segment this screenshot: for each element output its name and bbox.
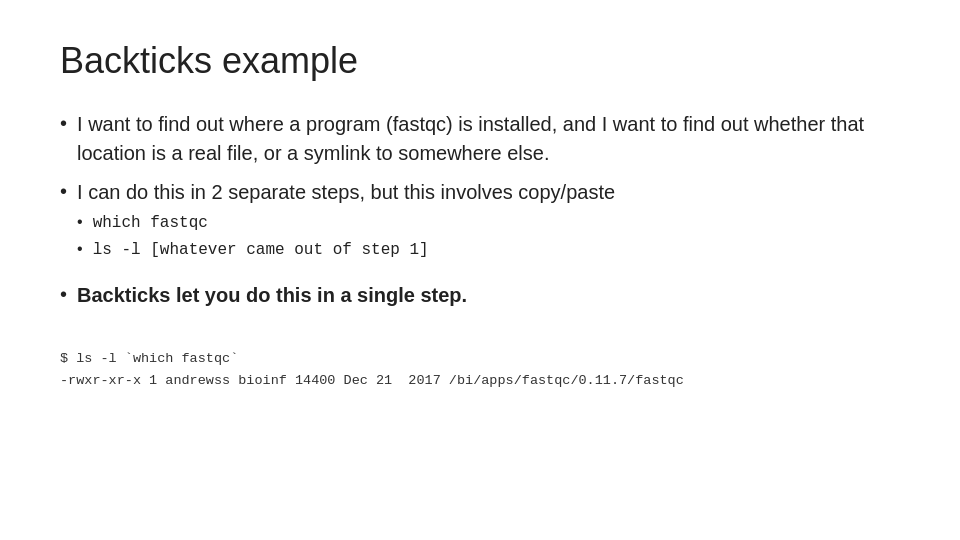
sub-bullet-dot-1: • — [77, 213, 83, 231]
sub-bullet-item-2: • ls -l [whatever came out of step 1] — [77, 238, 615, 262]
terminal-line-2: -rwxr-xr-x 1 andrewss bioinf 14400 Dec 2… — [60, 370, 900, 392]
bullet-2-content: I can do this in 2 separate steps, but t… — [77, 178, 615, 265]
bullet-text-2: I can do this in 2 separate steps, but t… — [77, 181, 615, 203]
sub-bullet-text-2: ls -l [whatever came out of step 1] — [93, 238, 429, 262]
bullet-item-3: • Backticks let you do this in a single … — [60, 281, 900, 310]
sub-bullets-2: • which fastqc • ls -l [whatever came ou… — [77, 211, 615, 262]
bullet-item-2: • I can do this in 2 separate steps, but… — [60, 178, 900, 265]
sub-bullet-item-1: • which fastqc — [77, 211, 615, 235]
slide-title: Backticks example — [60, 40, 900, 82]
bullet-item-1: • I want to find out where a program (fa… — [60, 110, 900, 168]
slide: Backticks example • I want to find out w… — [0, 0, 960, 540]
sub-bullet-text-1: which fastqc — [93, 211, 208, 235]
bullet-text-3: Backticks let you do this in a single st… — [77, 281, 467, 310]
bullet-dot-2: • — [60, 180, 67, 203]
bullet-dot-1: • — [60, 112, 67, 135]
bullet-dot-3: • — [60, 283, 67, 306]
content-area: • I want to find out where a program (fa… — [60, 110, 900, 510]
bullet-text-1: I want to find out where a program (fast… — [77, 110, 900, 168]
sub-bullet-dot-2: • — [77, 240, 83, 258]
terminal-line-1: $ ls -l `which fastqc` — [60, 348, 900, 370]
terminal-block: $ ls -l `which fastqc` -rwxr-xr-x 1 andr… — [60, 348, 900, 391]
